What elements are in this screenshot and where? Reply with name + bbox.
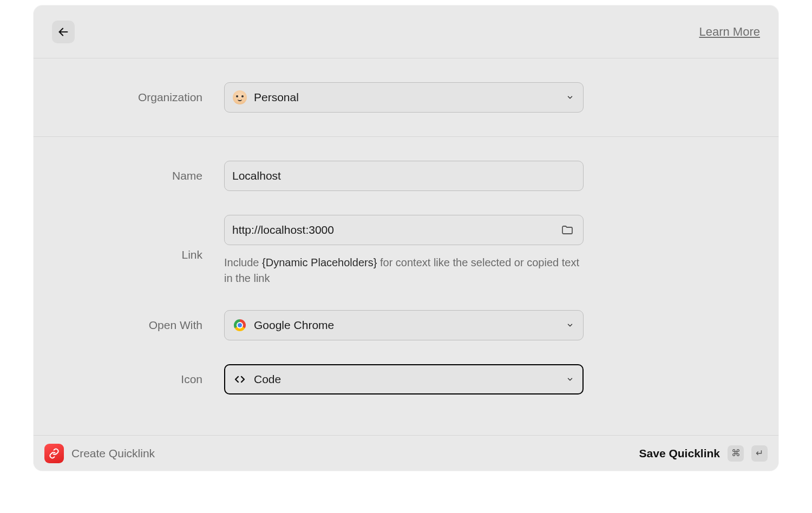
open-with-value: Google Chrome (254, 319, 565, 332)
open-with-label: Open With (52, 319, 224, 332)
link-label: Link (52, 240, 224, 261)
link-hint-placeholders: {Dynamic Placeholders} (262, 256, 377, 268)
folder-icon (561, 223, 574, 236)
link-input[interactable]: http://localhost:3000 (224, 215, 584, 245)
name-label: Name (52, 169, 224, 182)
chrome-icon (232, 318, 247, 333)
name-input[interactable]: Localhost (224, 161, 584, 191)
icon-value: Code (254, 373, 565, 386)
chevron-down-icon (565, 320, 575, 331)
quicklink-badge (44, 444, 64, 463)
link-icon (49, 448, 60, 459)
save-quicklink-label: Save Quicklink (639, 447, 720, 460)
organization-select[interactable]: Personal (224, 82, 584, 113)
browse-folder-button[interactable] (559, 222, 575, 238)
form-body: Organization Personal Name L (34, 58, 778, 471)
name-value: Localhost (232, 169, 575, 182)
link-value: http://localhost:3000 (232, 223, 559, 236)
shortcut-cmd-key: ⌘ (728, 445, 744, 462)
link-hint: Include {Dynamic Placeholders} for conte… (224, 255, 584, 286)
save-quicklink-action[interactable]: Save Quicklink ⌘ ↵ (639, 445, 768, 462)
code-icon (232, 372, 247, 387)
organization-value: Personal (254, 91, 565, 104)
arrow-left-icon (57, 26, 69, 38)
icon-select[interactable]: Code (224, 364, 584, 394)
footer: Create Quicklink Save Quicklink ⌘ ↵ (34, 435, 778, 471)
avatar-icon (232, 90, 247, 105)
organization-label: Organization (52, 91, 224, 104)
open-with-select[interactable]: Google Chrome (224, 310, 584, 340)
create-quicklink-window: Learn More Organization Personal (34, 5, 778, 471)
chevron-down-icon (565, 92, 575, 103)
header: Learn More (34, 5, 778, 58)
shortcut-enter-key: ↵ (751, 445, 768, 462)
footer-title: Create Quicklink (71, 447, 155, 460)
section-organization: Organization Personal (34, 58, 778, 137)
chevron-down-icon (565, 374, 575, 385)
back-button[interactable] (52, 21, 75, 43)
section-details: Name Localhost Link http://localhost:300… (34, 137, 778, 418)
learn-more-link[interactable]: Learn More (699, 25, 760, 39)
icon-label: Icon (52, 373, 224, 386)
